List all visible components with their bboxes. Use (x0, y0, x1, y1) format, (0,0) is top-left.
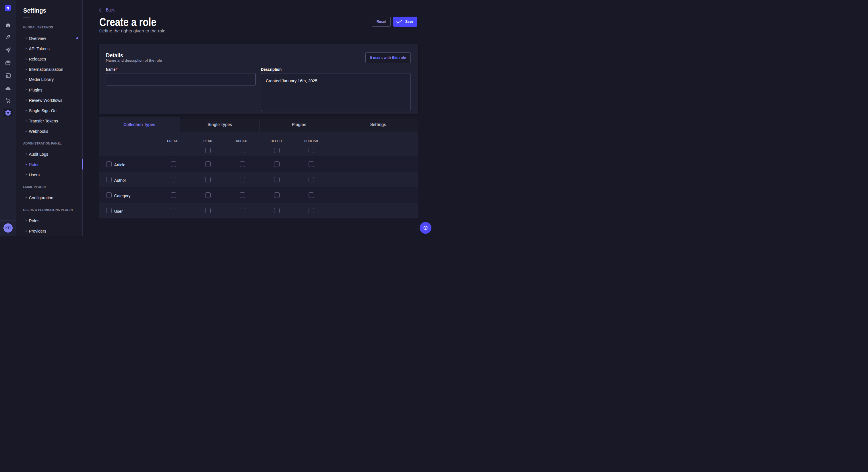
svg-text:?: ? (425, 226, 427, 229)
